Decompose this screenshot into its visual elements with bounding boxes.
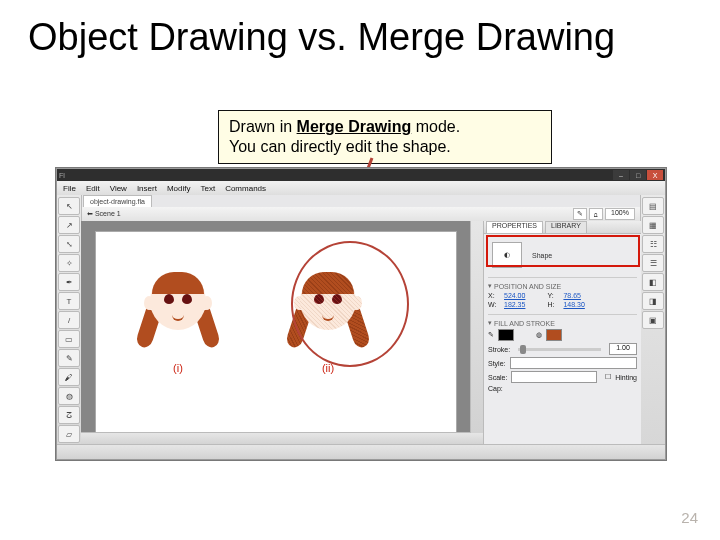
stroke-label: Stroke: — [488, 346, 510, 353]
window-maximize-button[interactable]: □ — [630, 170, 646, 180]
prop-h-value[interactable]: 148.30 — [563, 301, 584, 308]
prop-w-value[interactable]: 182.35 — [504, 301, 525, 308]
properties-panel: PROPERTIES LIBRARY ◐ Shape ▾POSITION AND… — [483, 221, 641, 445]
scale-dropdown[interactable] — [511, 371, 597, 383]
tab-properties[interactable]: PROPERTIES — [486, 221, 543, 233]
library-panel-icon[interactable]: ▣ — [642, 311, 664, 329]
menu-commands[interactable]: Commands — [225, 184, 266, 193]
zoom-field[interactable]: 100% — [605, 208, 635, 220]
slide-title: Object Drawing vs. Merge Drawing — [28, 16, 615, 59]
selection-tool-icon[interactable]: ↖ — [58, 197, 80, 215]
menu-bar: File Edit View Insert Modify Text Comman… — [57, 181, 665, 196]
flash-app-window: Fl – □ X File Edit View Insert Modify Te… — [56, 168, 666, 460]
pencil-icon: ✎ — [488, 331, 494, 339]
window-titlebar: Fl – □ X — [57, 169, 665, 181]
pen-tool-icon[interactable]: ✒ — [58, 273, 80, 291]
annotation-highlight-box — [486, 235, 640, 267]
document-tab[interactable]: object-drawing.fla — [83, 195, 152, 207]
style-dropdown[interactable] — [510, 357, 637, 369]
stage-area: (i) (ii) — [81, 221, 483, 445]
callout-text-prefix: Drawn in — [229, 118, 297, 135]
menu-view[interactable]: View — [110, 184, 127, 193]
edit-symbol-icon[interactable]: ⩍ — [589, 208, 603, 220]
style-label: Style: — [488, 360, 506, 367]
align-panel-icon[interactable]: ☰ — [642, 254, 664, 272]
section-fill-stroke: FILL AND STROKE — [494, 320, 555, 327]
label-i: (i) — [142, 362, 214, 374]
edit-scene-icon[interactable]: ✎ — [573, 208, 587, 220]
line-tool-icon[interactable]: / — [58, 311, 80, 329]
rectangle-tool-icon[interactable]: ▭ — [58, 330, 80, 348]
panel-icon[interactable]: ▤ — [642, 197, 664, 215]
swatches-panel-icon[interactable]: ☷ — [642, 235, 664, 253]
window-minimize-button[interactable]: – — [613, 170, 629, 180]
menu-edit[interactable]: Edit — [86, 184, 100, 193]
scale-label: Scale: — [488, 374, 507, 381]
menu-modify[interactable]: Modify — [167, 184, 191, 193]
right-toolbar: ▤ ▦ ☷ ☰ ◧ ◨ ▣ — [640, 195, 665, 445]
stroke-value[interactable]: 1.00 — [609, 343, 637, 355]
free-transform-tool-icon[interactable]: ⤡ — [58, 235, 80, 253]
annotation-circle — [291, 241, 409, 367]
section-position-size: POSITION AND SIZE — [494, 283, 561, 290]
fill-color-swatch[interactable] — [546, 329, 562, 341]
prop-x-value[interactable]: 524.00 — [504, 292, 525, 299]
menu-insert[interactable]: Insert — [137, 184, 157, 193]
scene-label: ⬅ Scene 1 — [87, 210, 121, 218]
callout-box: Drawn in Merge Drawing mode. You can dir… — [218, 110, 552, 164]
transform-panel-icon[interactable]: ◨ — [642, 292, 664, 310]
menu-text[interactable]: Text — [200, 184, 215, 193]
window-close-button[interactable]: X — [647, 170, 663, 180]
callout-text-suffix: mode. — [411, 118, 460, 135]
paint-bucket-tool-icon[interactable]: ◍ — [58, 387, 80, 405]
subselect-tool-icon[interactable]: ↗ — [58, 216, 80, 234]
eraser-tool-icon[interactable]: ▱ — [58, 425, 80, 443]
face-drawing-i: (i) — [142, 262, 214, 358]
scene-bar: ⬅ Scene 1 ✎ ⩍ 100% — [81, 207, 641, 222]
bucket-icon: ◍ — [536, 331, 542, 339]
stroke-color-swatch[interactable] — [498, 329, 514, 341]
tools-panel: ↖ ↗ ⤡ ✧ ✒ T / ▭ ✎ 🖌 ◍ ⵒ ▱ — [57, 195, 82, 445]
tab-library[interactable]: LIBRARY — [545, 221, 587, 233]
chevron-down-icon[interactable]: ▾ — [488, 319, 492, 327]
page-number: 24 — [681, 509, 698, 526]
stroke-slider[interactable] — [518, 348, 601, 351]
callout-line2: You can directly edit the shape. — [229, 138, 451, 155]
brush-tool-icon[interactable]: 🖌 — [58, 368, 80, 386]
prop-y-value[interactable]: 78.65 — [563, 292, 581, 299]
menu-file[interactable]: File — [63, 184, 76, 193]
callout-mode: Merge Drawing — [297, 118, 412, 135]
text-tool-icon[interactable]: T — [58, 292, 80, 310]
info-panel-icon[interactable]: ◧ — [642, 273, 664, 291]
vertical-scrollbar[interactable] — [470, 221, 483, 433]
color-panel-icon[interactable]: ▦ — [642, 216, 664, 234]
chevron-down-icon[interactable]: ▾ — [488, 282, 492, 290]
lasso-tool-icon[interactable]: ✧ — [58, 254, 80, 272]
hinting-label: Hinting — [615, 374, 637, 381]
eyedropper-tool-icon[interactable]: ⵒ — [58, 406, 80, 424]
cap-label: Cap: — [488, 385, 503, 392]
pencil-tool-icon[interactable]: ✎ — [58, 349, 80, 367]
status-bar — [57, 444, 665, 459]
